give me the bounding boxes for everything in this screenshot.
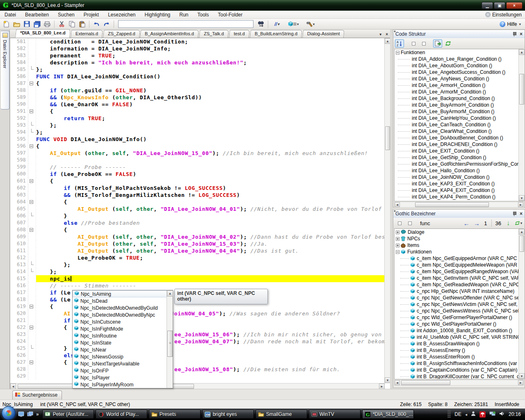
search-icon-button[interactable] [256, 20, 265, 29]
fold-column[interactable] [28, 178, 36, 185]
code-line-620[interactable]: 620 AIJoinNOW_04_05"); //Was sagen die a… [10, 310, 385, 317]
scroll-left-arrow[interactable]: ◄ [395, 380, 400, 385]
tab-zs-talk-d[interactable]: ZS_Talk.d [199, 30, 229, 38]
tree-item-function[interactable]: int B_AssignSchiffswachenInfoConditions … [395, 360, 523, 367]
code-line-616[interactable]: 616 // ------ Stimmen ------- [10, 282, 385, 289]
autocomplete-item[interactable]: Npc_IsInState [73, 339, 167, 346]
save-button[interactable] [22, 20, 31, 29]
scroll-right-arrow[interactable]: ► [379, 383, 385, 389]
taskbar-button-presets[interactable]: Presets [149, 410, 201, 419]
scroll-left-arrow[interactable]: ◄ [395, 202, 400, 207]
tree-item-function[interactable]: c_item Npc_GetEquippedRangedWeapon (VAR … [395, 268, 523, 275]
print-button[interactable] [43, 20, 52, 29]
tree-item-function[interactable]: int DIA_Lee_DRACHENEI_Condition () [395, 141, 523, 148]
code-line-590[interactable]: 590 && (Lee_OnarOK == FALSE) [10, 101, 385, 108]
search-input[interactable] [118, 20, 253, 28]
code-line-587[interactable]: 587{ [10, 80, 385, 87]
pin-icon[interactable] [512, 32, 516, 37]
code-line-615[interactable]: 615 npc_is [10, 275, 385, 282]
code-line-589[interactable]: 589 && (Npc_KnowsInfo (other, DIA_Lee_Ot… [10, 94, 385, 101]
tree-item-function[interactable]: int DIA_Lee_GetShip_Condition () [395, 154, 523, 161]
tree-item-function[interactable]: c_npc Wld_GetFormerPlayerPortalOwner () [395, 314, 523, 321]
tree-item-function[interactable]: int DIA_Lee_GotRichtersPermissionForShip… [395, 161, 523, 167]
code-line-599[interactable]: 599 // ------ Probe ------ [10, 164, 385, 171]
tab--dia-sld-800-lee-d[interactable]: *DIA_SLD_800_Lee.d [15, 29, 71, 38]
goto-down-button[interactable]: ↓ [504, 219, 513, 227]
menu-lesezeichen[interactable]: Lesezeichen [103, 11, 140, 18]
autocomplete-item[interactable]: Npc_IsAiming [73, 290, 167, 297]
autocomplete-popup[interactable]: Npc_IsAimingNpc_IsDeadNpc_IsDetectedMobO… [72, 290, 173, 388]
collapse-all-button[interactable] [405, 219, 414, 227]
scroll-down-arrow[interactable]: ▼ [385, 377, 390, 383]
quicklaunch-overflow-chevron[interactable]: » [36, 411, 39, 417]
code-line-621[interactable]: 621 if [10, 317, 385, 324]
tree-item-function[interactable]: int B_AssessEnemy () [395, 347, 523, 354]
tree-item-function[interactable]: int DIA_Lee_EXIT_Condition () [395, 148, 523, 154]
code-line-603[interactable]: 603 && (MIS_Torlof_BengarMilizKlatschen … [10, 192, 385, 199]
code-line-581[interactable]: 581 condition = DIA_Lee_JoinNOW_Conditio… [10, 38, 385, 45]
tab-close-button[interactable]: × [383, 32, 390, 38]
copy-button[interactable] [67, 20, 76, 29]
editor-horizontal-scrollbar[interactable]: ◄ ► [10, 383, 385, 389]
taskbar-button--dia-sld-800-[interactable]: G*DIA_SLD_800_... [362, 410, 414, 419]
code-line-582[interactable]: 582 information = DIA_Lee_JoinNOW_Info; [10, 45, 385, 52]
tab-zs-zapped-d[interactable]: ZS_Zapped.d [103, 30, 140, 38]
code-line-624[interactable]: 624ee_JoinNOW_04_07"); //Dann rede noch … [10, 338, 385, 345]
switch-windows-icon[interactable] [27, 411, 34, 417]
tab-b-assignambientinfos-d[interactable]: B_AssignAmbientInfos.d [140, 30, 199, 38]
tree-item-function[interactable]: int DIA_Lee_ArmorM_Condition () [395, 89, 523, 95]
code-line-600[interactable]: 600 if (Lee_ProbeOK == FALSE) [10, 171, 385, 178]
popup-scroll-up[interactable]: ▲ [167, 290, 173, 297]
code-line-627[interactable]: 627 { [10, 359, 385, 366]
tree-item-function[interactable]: c_item Npc_GetInvItem (VAR C_NPC self, V… [395, 275, 523, 281]
collapse-all-button[interactable] [419, 39, 428, 48]
redo-button[interactable] [102, 20, 111, 29]
tab-externals-d[interactable]: Externals.d [71, 30, 103, 38]
fold-column[interactable] [28, 303, 36, 310]
scroll-up-arrow[interactable]: ▲ [519, 49, 525, 55]
code-line-593[interactable]: 593 }; [10, 122, 385, 129]
tree-item-function[interactable]: int DIA_Lee_KAP4_EXIT_Condition () [395, 187, 523, 194]
tree-item-function[interactable]: int DIA_Lee_JoinNOW_Condition () [395, 174, 523, 180]
insert-block-button[interactable]: ⊞▾ [284, 20, 302, 29]
tree-item-function[interactable]: int DIA_Lee_ArmorH_Condition () [395, 82, 523, 89]
code-struktur-hscrollbar[interactable]: ◄ ► [394, 202, 524, 208]
tools-hammer-button[interactable]: ▾ [304, 20, 317, 29]
tab-dialog-assistent[interactable]: Dialog-Assistent [302, 30, 345, 38]
menu-highlighting[interactable]: Highlighting [140, 11, 175, 18]
avira-tray-icon[interactable] [479, 411, 486, 418]
tree-item-function[interactable]: int DIA_Addon_Lee_Ranger_Condition () [395, 56, 523, 62]
user-agent-tray-icon[interactable] [471, 411, 476, 418]
expand-all-button[interactable] [395, 219, 404, 227]
network-tray-icon[interactable] [489, 411, 495, 418]
tree-item-function[interactable]: c_npc Npc_GetNewsOffender (VAR C_NPC sel… [395, 294, 523, 301]
code-line-588[interactable]: 588 if (other.guild == GIL_NONE) [10, 87, 385, 94]
code-line-594[interactable]: 594}; [10, 129, 385, 136]
tree-item-function[interactable]: int DIA_Lee_KAP3_EXIT_Condition () [395, 180, 523, 187]
close-button[interactable]: × [506, 2, 523, 9]
comment-highlight-button[interactable]: //▾ [271, 20, 283, 29]
code-line-598[interactable]: 598 [10, 157, 385, 164]
tree-item-function[interactable]: int B_CaptainConditions (var C_NPC Capta… [395, 367, 523, 373]
fold-column[interactable] [28, 108, 36, 115]
horizontal-scroll-thumb[interactable] [401, 380, 450, 385]
tree-item-function[interactable]: int Addon_10008_Bandit_EXIT_Condition () [395, 327, 523, 334]
code-struktur-tree[interactable]: Funktionenint DIA_Addon_Lee_Ranger_Condi… [394, 49, 524, 201]
menu-run[interactable]: Run [175, 11, 193, 18]
autocomplete-item[interactable]: Npc_IsDetectedMobOwnedByGuild [73, 304, 167, 311]
nav-back-button[interactable]: ← [462, 219, 471, 227]
tree-item-function[interactable]: int DIA_Lee_Background_Condition () [395, 95, 523, 102]
code-line-612[interactable]: 612 Lee_ProbeOK = TRUE; [10, 254, 385, 261]
file-explorer-vertical-tab[interactable]: Datei Explorer [1, 31, 9, 110]
code-editor[interactable]: 581 condition = DIA_Lee_JoinNOW_Conditio… [10, 38, 390, 389]
menu-datei[interactable]: Datei [0, 11, 21, 18]
menu-tool-folder[interactable]: Tool-Folder [213, 11, 247, 18]
filter-value[interactable]: func [420, 220, 430, 226]
panel-close-icon[interactable]: × [520, 31, 523, 37]
autocomplete-item[interactable]: Npc_IsInRoutine [73, 332, 167, 339]
tree-item-function[interactable]: int DIA_Lee_AngebotSuccess_Condition () [395, 69, 523, 75]
autocomplete-item[interactable]: Npc_IsDetectedMobOwnedByNpc [73, 311, 167, 318]
cut-button[interactable] [57, 20, 66, 29]
code-line-611[interactable]: 611 AI_Output (self, other, "DIA_Lee_Joi… [10, 247, 385, 254]
show-desktop-icon[interactable] [18, 411, 25, 417]
